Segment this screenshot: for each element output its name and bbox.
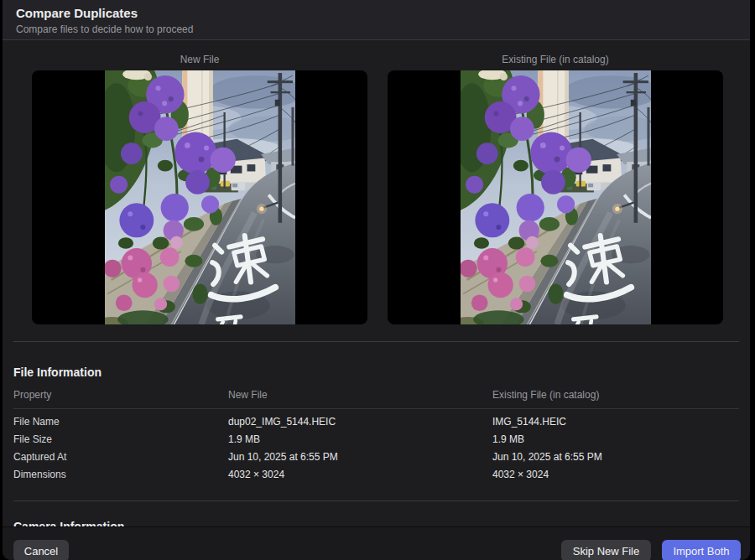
property-cell: File Size [13, 433, 228, 445]
new-file-cell: 1.9 MB [228, 433, 492, 445]
table-row: File Size 1.9 MB 1.9 MB [13, 430, 739, 448]
page-subtitle: Compare files to decide how to proceed [16, 23, 737, 35]
table-body: File Name dup02_IMG_5144.HEIC IMG_5144.H… [13, 412, 739, 483]
new-file-thumbnail [32, 70, 367, 324]
dialog-header: Compare Duplicates Compare files to deci… [3, 0, 750, 40]
duplicate-photo [461, 70, 651, 324]
duplicate-photo [105, 70, 295, 324]
cancel-button[interactable]: Cancel [13, 540, 69, 560]
table-row: Captured At Jun 10, 2025 at 6:55 PM Jun … [13, 448, 739, 465]
divider [13, 341, 739, 342]
skip-new-file-button[interactable]: Skip New File [561, 540, 651, 560]
existing-file-cell: 1.9 MB [492, 433, 739, 445]
new-file-cell: Jun 10, 2025 at 6:55 PM [228, 451, 492, 463]
import-both-button[interactable]: Import Both [662, 540, 741, 560]
property-cell: File Name [13, 416, 228, 428]
property-cell: Dimensions [13, 469, 228, 480]
divider [13, 500, 739, 501]
col-header-existing-file: Existing File (in catalog) [492, 389, 739, 401]
col-header-new-file: New File [228, 389, 492, 401]
page-title: Compare Duplicates [16, 6, 737, 20]
new-file-panel: New File [32, 54, 367, 324]
table-row: Dimensions 4032 × 3024 4032 × 3024 [13, 465, 739, 483]
table-row: File Name dup02_IMG_5144.HEIC IMG_5144.H… [13, 412, 739, 430]
photo-building [538, 70, 568, 142]
file-info-table: Property New File Existing File (in cata… [3, 389, 750, 483]
table-header-row: Property New File Existing File (in cata… [13, 389, 739, 409]
compare-duplicates-dialog: Compare Duplicates Compare files to deci… [3, 0, 750, 560]
existing-file-cell: Jun 10, 2025 at 6:55 PM [492, 451, 739, 463]
existing-file-cell: IMG_5144.HEIC [492, 416, 739, 428]
existing-file-cell: 4032 × 3024 [492, 469, 739, 480]
new-file-cell: 4032 × 3024 [228, 469, 492, 480]
dialog-footer: Cancel Skip New File Import Both [3, 526, 750, 560]
existing-file-panel: Existing File (in catalog) [388, 54, 723, 324]
comparison-panels: New File [3, 54, 750, 324]
new-file-label: New File [32, 54, 367, 65]
existing-file-label: Existing File (in catalog) [388, 54, 723, 65]
file-information-heading: File Information [3, 366, 750, 379]
col-header-property: Property [13, 389, 228, 401]
new-file-cell: dup02_IMG_5144.HEIC [228, 416, 492, 428]
photo-building [182, 70, 212, 142]
property-cell: Captured At [13, 451, 228, 463]
existing-file-thumbnail [388, 70, 723, 324]
